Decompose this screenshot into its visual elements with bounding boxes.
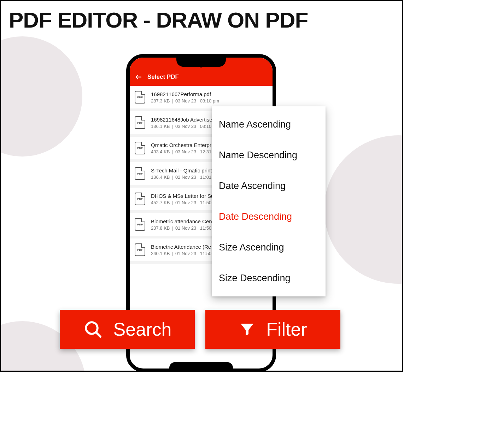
decor-circle bbox=[324, 135, 403, 284]
meta-separator: | bbox=[172, 98, 173, 104]
sort-menu: Name AscendingName DescendingDate Ascend… bbox=[212, 106, 326, 296]
file-date: 03 Nov 23 | 03:10 pm bbox=[175, 98, 219, 104]
file-size: 452.7 KB bbox=[151, 200, 170, 205]
file-date: 02 Nov 23 | 11:01 bbox=[175, 175, 211, 180]
pdf-icon-label: PDF bbox=[137, 121, 143, 124]
pdf-icon-label: PDF bbox=[137, 198, 143, 201]
pdf-icon-label: PDF bbox=[137, 172, 143, 175]
meta-separator: | bbox=[172, 225, 173, 231]
pdf-file-icon: PDF bbox=[135, 116, 145, 129]
phone-notch bbox=[176, 57, 226, 67]
pdf-file-icon: PDF bbox=[135, 142, 145, 154]
pdf-icon-label: PDF bbox=[137, 96, 143, 99]
pdf-file-icon: PDF bbox=[135, 243, 145, 256]
pdf-file-icon: PDF bbox=[135, 91, 145, 104]
sort-option[interactable]: Size Ascending bbox=[212, 232, 326, 263]
action-row: Search Filter bbox=[60, 310, 340, 349]
file-name: 1698211667Performa.pdf bbox=[151, 91, 268, 97]
meta-separator: | bbox=[172, 251, 173, 256]
file-date: 03 Nov 23 | 12:31 bbox=[175, 149, 211, 154]
meta-separator: | bbox=[172, 175, 173, 180]
file-date: 01 Nov 23 | 11:50 bbox=[175, 225, 211, 231]
meta-separator: | bbox=[172, 200, 173, 205]
pdf-file-icon: PDF bbox=[135, 218, 145, 231]
app-bar: Select PDF bbox=[130, 68, 273, 86]
promo-frame: PDF EDITOR - DRAW ON PDF Select PDF PDF1… bbox=[0, 0, 403, 372]
file-size: 237.8 KB bbox=[151, 225, 170, 231]
file-date: 01 Nov 23 | 11:50 bbox=[175, 200, 211, 205]
search-button[interactable]: Search bbox=[60, 310, 195, 349]
decor-circle bbox=[0, 36, 82, 157]
pdf-icon-label: PDF bbox=[137, 223, 143, 226]
app-bar-title: Select PDF bbox=[147, 73, 179, 81]
file-size: 240.1 KB bbox=[151, 251, 170, 256]
meta-separator: | bbox=[172, 124, 173, 129]
sort-option[interactable]: Name Ascending bbox=[212, 109, 326, 140]
filter-icon bbox=[239, 321, 256, 338]
filter-button-label: Filter bbox=[266, 319, 307, 340]
pdf-icon-label: PDF bbox=[137, 147, 143, 150]
file-size: 136.1 KB bbox=[151, 124, 170, 129]
pdf-icon-label: PDF bbox=[137, 248, 143, 252]
file-size: 287.3 KB bbox=[151, 98, 170, 104]
sort-option[interactable]: Date Descending bbox=[212, 201, 326, 232]
file-date: 03 Nov 23 | 03:10 bbox=[175, 124, 211, 129]
search-button-label: Search bbox=[113, 319, 172, 340]
pdf-file-icon: PDF bbox=[135, 167, 145, 180]
svg-line-2 bbox=[96, 332, 100, 337]
meta-separator: | bbox=[172, 149, 173, 154]
file-size: 136.4 KB bbox=[151, 175, 170, 180]
file-text: 1698211667Performa.pdf287.3 KB|03 Nov 23… bbox=[151, 91, 268, 104]
phone-home-indicator bbox=[169, 362, 233, 369]
file-size: 493.4 KB bbox=[151, 149, 170, 154]
sort-option[interactable]: Size Descending bbox=[212, 263, 326, 294]
sort-option[interactable]: Date Ascending bbox=[212, 171, 326, 201]
pdf-file-icon: PDF bbox=[135, 193, 145, 205]
page-title: PDF EDITOR - DRAW ON PDF bbox=[9, 7, 308, 33]
file-meta: 287.3 KB|03 Nov 23 | 03:10 pm bbox=[151, 98, 268, 104]
search-icon bbox=[83, 319, 103, 339]
back-arrow-icon[interactable] bbox=[135, 73, 142, 81]
sort-option[interactable]: Name Descending bbox=[212, 140, 326, 171]
filter-button[interactable]: Filter bbox=[205, 310, 340, 349]
